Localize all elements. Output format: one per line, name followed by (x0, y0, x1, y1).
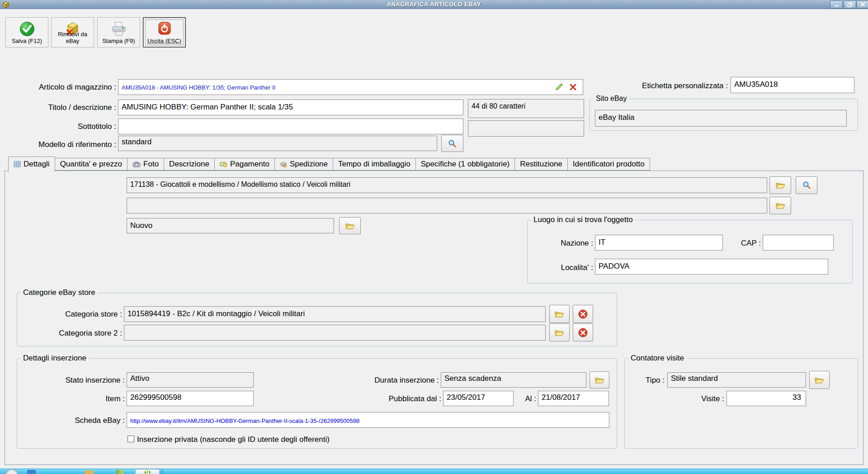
sottotitolo-label: Sottotitolo : (0, 122, 116, 131)
grid-icon (14, 161, 21, 167)
start-orb[interactable] (5, 469, 18, 474)
folder-icon (345, 222, 355, 230)
condizioni-folder-button[interactable] (339, 217, 361, 234)
tab-spedizione[interactable]: Spedizione (275, 158, 333, 171)
taskbar-separator (163, 469, 163, 474)
save-button-label: Salva (F12) (6, 38, 48, 44)
power-icon (143, 21, 185, 36)
exit-button-label: Uscita (ESC) (143, 38, 185, 44)
close-button[interactable] (856, 0, 868, 9)
tab-identificatori-prodotto[interactable]: Identificatori prodotto (568, 158, 650, 171)
articolo-di-magazzino-field[interactable]: AMU35A018 - AMUSING HOBBY: 1/35; German … (118, 79, 583, 95)
categoria-store-clear-button[interactable] (573, 305, 593, 323)
categoria-store2-clear-button[interactable] (573, 323, 593, 341)
item-field[interactable]: 262999500598 (127, 391, 254, 406)
inserzione-privata-checkbox[interactable] (127, 436, 134, 442)
titolo-descrizione-field[interactable]: AMUSING HOBBY: German Panther II; scala … (118, 100, 463, 115)
durata-folder-button[interactable] (590, 371, 609, 389)
categoria-store-label: Categoria store : (0, 310, 122, 319)
remove-from-ebay-button[interactable]: Rimuovi da eBay (51, 17, 94, 47)
categoria-store2-label: Categoria store 2 : (0, 329, 122, 338)
categoria-store-folder-button[interactable] (549, 305, 570, 323)
al-field[interactable]: 21/08/2017 (538, 391, 609, 406)
categoria-primaria-search-button[interactable] (796, 176, 817, 194)
folder-icon (815, 376, 824, 384)
modello-riferimento-label: Modello di riferimento : (0, 140, 116, 149)
save-button[interactable]: Salva (F12) (5, 17, 48, 47)
categoria-store2-folder-button[interactable] (549, 323, 570, 341)
window-title: ANAGRAFICA ARTICOLO EBAY (0, 1, 868, 8)
print-button-label: Stampa (F9) (98, 38, 140, 44)
modello-search-button[interactable] (441, 135, 463, 152)
tab-foto[interactable]: Foto (127, 158, 164, 171)
durata-inserzione-label: Durata inserzione : (303, 376, 439, 385)
cap-label: CAP : (716, 239, 761, 248)
modello-riferimento-field: standard (118, 136, 437, 151)
folder-icon (595, 376, 604, 384)
taskbar-app-icon-green[interactable] (116, 470, 123, 474)
green-check-icon (6, 21, 48, 37)
scheda-ebay-label: Scheda eBay : (0, 416, 125, 425)
titolo-descrizione-label: Titolo / descrizione : (0, 103, 116, 112)
tab-pagamento[interactable]: Pagamento (215, 158, 275, 171)
inserzione-group-title: Dettagli inserzione (21, 354, 89, 363)
exit-button[interactable]: Uscita (ESC) (143, 17, 186, 47)
etichetta-personalizzata-field[interactable]: AMU35A018 (731, 77, 854, 93)
sottotitolo-field[interactable] (118, 118, 463, 134)
folder-icon (555, 310, 564, 318)
print-button[interactable]: Stampa (F9) (97, 17, 140, 47)
luogo-group-title: Luogo in cui si trova l'oggetto (531, 215, 635, 224)
folder-icon (776, 181, 785, 189)
visite-label: Visite : (679, 394, 724, 403)
red-cancel-icon (578, 328, 588, 337)
categoria-secondaria-field (127, 198, 767, 213)
stato-inserzione-field: Attivo (127, 372, 254, 388)
categoria-secondaria-folder-button[interactable] (769, 197, 791, 214)
etichetta-personalizzata-label: Etichetta personalizzata : (601, 81, 728, 90)
sito-ebay-group-title: Sito eBay (594, 95, 629, 103)
visite-field[interactable]: 33 (726, 391, 806, 406)
categoria-primaria-folder-button[interactable] (769, 176, 791, 194)
articolo-di-magazzino-value: AMU35A018 - AMUSING HOBBY: 1/35; German … (122, 84, 275, 91)
tab-dettagli[interactable]: Dettagli (8, 156, 55, 172)
tab-quantita-e-prezzo[interactable]: Quantita' e prezzo (55, 158, 127, 171)
tipo-field: Stile standard (667, 372, 806, 388)
condizioni-oggetto-field: Nuovo (127, 218, 334, 233)
inserzione-privata-label: Inserzione privata (nasconde gli ID uten… (137, 435, 330, 444)
localita-field[interactable]: PADOVA (595, 259, 828, 275)
restore-button[interactable] (844, 0, 856, 9)
tipo-folder-button[interactable] (809, 371, 830, 389)
taskbar-app-icon-orange[interactable] (85, 470, 94, 474)
taskbar-app-icon-blue[interactable] (27, 470, 36, 474)
scheda-ebay-field[interactable]: http://www.ebay.it/itm/AMUSING-HOBBY-Ger… (127, 412, 609, 428)
store-categories-group-title: Categorie eBay store (21, 288, 98, 297)
tab-specifiche[interactable]: Specifiche (1 obbligatorie) (416, 158, 515, 171)
stato-inserzione-label: Stato inserzione : (0, 376, 125, 385)
clear-article-icon[interactable] (570, 84, 576, 92)
red-cancel-icon (578, 309, 588, 319)
titolo-counter: 44 di 80 caratteri (468, 99, 584, 118)
tab-tempo-di-imballaggio[interactable]: Tempo di imballaggio (333, 158, 416, 171)
categoria-store2-field (124, 325, 546, 341)
folder-icon (555, 329, 564, 337)
pubblicata-dal-label: Pubblicata dal : (306, 394, 441, 403)
bar-chart-icon (145, 471, 146, 474)
tab-restituzione[interactable]: Restituzione (515, 158, 568, 171)
nazione-field[interactable]: IT (595, 235, 723, 251)
minimize-button[interactable] (830, 0, 843, 9)
taskbar-active-app-button[interactable] (135, 469, 160, 474)
categoria-primaria-field: 171138 - Giocattoli e modellismo / Model… (127, 177, 767, 193)
tipo-label: Tipo : (619, 376, 665, 385)
categoria-store-field: 1015894419 - B2c / Kit di montaggio / Ve… (124, 306, 546, 322)
sottotitolo-counter (468, 120, 584, 137)
magnifier-icon (448, 139, 457, 148)
windows-taskbar (0, 469, 868, 474)
cap-field[interactable] (763, 235, 834, 251)
folder-icon (776, 202, 785, 209)
nazione-label: Nazione : (530, 239, 593, 248)
edit-pencil-icon[interactable] (555, 82, 564, 93)
app-window: ANAGRAFICA ARTICOLO EBAY Salva (F12) (0, 0, 868, 474)
magnifier-icon (802, 181, 811, 190)
articolo-di-magazzino-label: Articolo di magazzino : (0, 83, 116, 92)
tab-descrizione[interactable]: Descrizione (164, 158, 215, 171)
